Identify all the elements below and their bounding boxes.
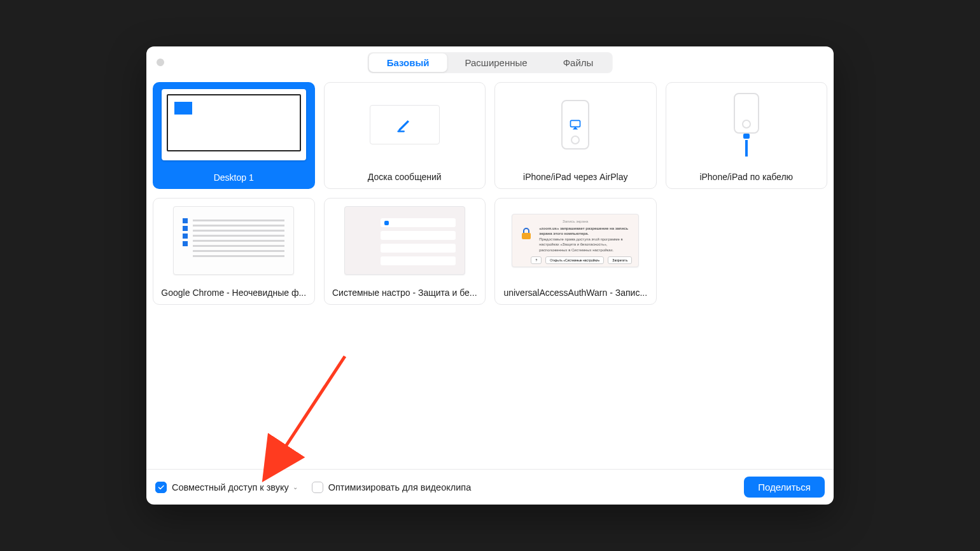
whiteboard-thumbnail xyxy=(370,105,440,144)
share-audio-checkbox[interactable]: Совместный доступ к звуку ⌄ xyxy=(155,482,298,493)
iphone-cable-thumbnail xyxy=(734,93,759,157)
share-option-auth-warn[interactable]: Запись экрана «zoom.us» запрашивает разр… xyxy=(494,198,657,305)
warn-bold-text: «zoom.us» запрашивает разрешение на запи… xyxy=(539,226,632,237)
chrome-window-thumbnail xyxy=(173,206,294,275)
warn-dialog-title: Запись экрана xyxy=(519,220,632,223)
share-option-label: Google Chrome - Неочевидные ф... xyxy=(153,282,314,304)
share-option-label: Доска сообщений xyxy=(325,167,486,188)
optimize-video-label: Оптимизировать для видеоклипа xyxy=(328,482,472,492)
checkbox-icon xyxy=(312,482,323,493)
tab-advanced[interactable]: Расширенные xyxy=(447,53,545,72)
desktop-thumbnail xyxy=(162,89,306,160)
tab-segmented-control: Базовый Расширенные Файлы xyxy=(368,52,613,73)
warn-help-button: ? xyxy=(531,256,542,264)
share-option-chrome[interactable]: Google Chrome - Неочевидные ф... xyxy=(153,198,315,305)
share-option-label: universalAccessAuthWarn - Запис... xyxy=(495,282,656,304)
svg-rect-1 xyxy=(522,233,531,239)
share-screen-dialog: Базовый Расширенные Файлы Desktop 1 xyxy=(146,46,834,505)
share-option-iphone-cable[interactable]: iPhone/iPad по кабелю xyxy=(666,82,828,189)
share-option-label: iPhone/iPad по кабелю xyxy=(666,167,827,188)
titlebar: Базовый Расширенные Файлы xyxy=(146,46,834,78)
chevron-down-icon[interactable]: ⌄ xyxy=(293,484,298,491)
auth-warn-thumbnail: Запись экрана «zoom.us» запрашивает разр… xyxy=(512,214,639,267)
pencil-icon xyxy=(396,116,414,134)
iphone-thumbnail xyxy=(561,100,589,150)
share-options-grid: Desktop 1 Доска сообщений xyxy=(146,78,834,469)
svg-rect-0 xyxy=(571,120,580,127)
share-option-desktop1[interactable]: Desktop 1 xyxy=(153,82,315,189)
check-icon xyxy=(157,484,165,491)
share-option-whiteboard[interactable]: Доска сообщений xyxy=(324,82,486,189)
warn-deny-button: Запретить xyxy=(608,256,632,264)
share-audio-label: Совместный доступ к звуку xyxy=(172,482,289,492)
tab-files[interactable]: Файлы xyxy=(545,53,612,72)
airplay-icon xyxy=(569,118,582,131)
sysprefs-window-thumbnail xyxy=(344,206,465,275)
footer-bar: Совместный доступ к звуку ⌄ Оптимизирова… xyxy=(146,469,834,505)
share-option-label: Desktop 1 xyxy=(153,167,315,189)
share-button[interactable]: Поделиться xyxy=(744,477,825,498)
lock-icon xyxy=(519,226,534,241)
warn-open-button: Открыть «Системные настройки» xyxy=(545,256,604,264)
close-window-icon[interactable] xyxy=(157,59,164,66)
share-option-system-preferences[interactable]: Системные настро - Защита и бе... xyxy=(324,198,486,305)
warn-body-text: Предоставьте права доступа этой программ… xyxy=(539,237,632,253)
tab-basic[interactable]: Базовый xyxy=(369,53,447,72)
optimize-video-checkbox[interactable]: Оптимизировать для видеоклипа xyxy=(312,482,472,493)
share-option-iphone-airplay[interactable]: iPhone/iPad через AirPlay xyxy=(494,82,657,189)
share-option-label: iPhone/iPad через AirPlay xyxy=(495,167,656,188)
share-option-label: Системные настро - Защита и бе... xyxy=(325,282,486,304)
checkbox-icon xyxy=(155,482,167,493)
